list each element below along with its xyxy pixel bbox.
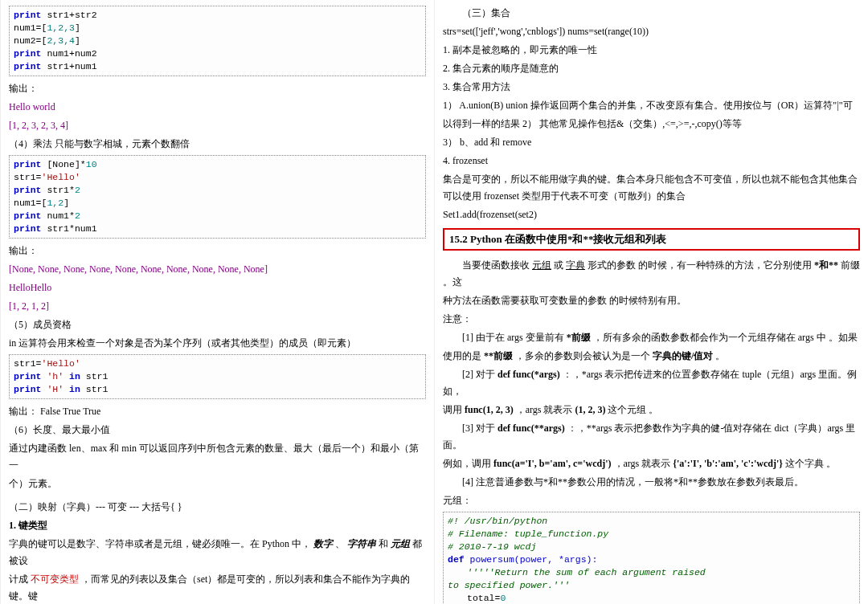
code: str1*num1 <box>42 223 97 234</box>
kw: print <box>14 48 42 59</box>
codebox-1: print str1+str2 num1=[1,2,3] num2=[2,3,4… <box>9 6 426 76</box>
t: 当要使函数接收 <box>462 259 530 271</box>
str: 'H' <box>47 384 63 394</box>
right-column: （三）集合 strs=set(['jeff','wong','cnblogs']… <box>434 0 868 604</box>
output-line: [1, 2, 1, 2] <box>9 298 426 315</box>
kw: in <box>63 371 80 382</box>
t: 例如，调用 <box>443 458 493 469</box>
body-text: [1] 由于在 args 变量前有 *前缀 ，所有多余的函数参数都会作为一个元组… <box>443 329 860 346</box>
body-text: 2. 集合元素的顺序是随意的 <box>443 60 860 77</box>
b: **前缀 <box>484 350 513 361</box>
body-text: 调用 func(1, 2, 3) ，args 就表示 (1, 2, 3) 这个元… <box>443 402 860 418</box>
body-text: 使用的是 **前缀 ，多余的参数则会被认为是一个 字典的键/值对 。 <box>443 348 860 365</box>
t: [1] 由于在 args 变量前有 <box>462 332 564 343</box>
code: num1=[ <box>14 198 47 208</box>
t: ，所有多余的函数参数都会作为一个元组存储在 args 中 。如果 <box>593 332 858 343</box>
str: 'h' <box>47 371 63 382</box>
t: 字典的键可以是数字、字符串或者是元组，键必须唯一。在 Python 中， <box>9 538 311 549</box>
section-title: （4）乘法 只能与数字相城，元素个数翻倍 <box>9 136 426 153</box>
b: *和** <box>814 259 838 271</box>
body-text: 注意： <box>443 311 860 328</box>
body-text: [3] 对于 def func(**args) ：，**args 表示把参数作为… <box>443 420 860 454</box>
t: ，args 就表示 <box>516 404 573 415</box>
kw: print <box>14 159 42 169</box>
codebox-4: #! /usr/bin/python # Filename: tuple_fun… <box>443 512 860 604</box>
output-line: Hello world <box>9 99 426 116</box>
t: 和 <box>379 538 388 549</box>
body-text: 当要使函数接收 元组 或 字典 形式的参数 的时候，有一种特殊的方法，它分别使用… <box>443 257 860 291</box>
subtitle: 1. 键类型 <box>9 517 426 534</box>
t: 形式的参数 的时候，有一种特殊的方法，它分别使用 <box>588 259 812 271</box>
body-text: 通过内建函数 len、max 和 min 可以返回序列中所包含元素的数量、最大（… <box>9 440 426 474</box>
num: 1,2,3 <box>47 22 75 33</box>
kw: print <box>14 10 42 20</box>
body-text: 3） b、add 和 remove <box>443 134 860 151</box>
comment: #! /usr/bin/python <box>448 515 855 528</box>
immutable-red: 不可变类型 <box>31 573 79 585</box>
b: func(1, 2, 3) <box>465 404 514 415</box>
em: 元组 <box>391 538 410 549</box>
body-text: [2] 对于 def func(*args) ：，*args 表示把传进来的位置… <box>443 366 860 400</box>
t: 计成 <box>9 573 28 585</box>
b: def func(**args) <box>497 422 565 434</box>
num: 10 <box>86 159 97 169</box>
body-text: strs=set(['jeff','wong','cnblogs']) nums… <box>443 23 860 40</box>
t: ，args 就表示 <box>614 458 671 469</box>
t: 。 <box>715 350 725 361</box>
codebox-3: str1='Hello' print 'h' in str1 print 'H'… <box>9 354 426 399</box>
b: func(a='I', b='am', c='wcdj') <box>493 458 612 469</box>
body-text: 字典的键可以是数字、字符串或者是元组，键必须唯一。在 Python 中， 数字 … <box>9 536 426 569</box>
output-label: 输出： <box>9 80 426 97</box>
output-line: [None, None, None, None, None, None, Non… <box>9 261 426 278</box>
str: 'Hello' <box>42 358 80 369</box>
body-text: 1. 副本是被忽略的，即元素的唯一性 <box>443 42 860 59</box>
comment: # Filename: tuple_function.py <box>448 528 855 541</box>
t: 这个字典 。 <box>785 458 836 469</box>
code: str1+str2 <box>42 10 97 20</box>
body-text: 计成 不可变类型 ，而常见的列表以及集合（set）都是可变的，所以列表和集合不能… <box>9 571 426 604</box>
em: 字符串 <box>347 538 376 549</box>
t: [2] 对于 <box>462 369 497 380</box>
t: 或 <box>554 259 563 271</box>
num: 2 <box>75 185 80 195</box>
output-line: HelloHello <box>9 280 426 296</box>
t: 使用的是 <box>443 350 481 361</box>
section-title: （6）长度、最大最小值 <box>9 422 426 439</box>
body-text: Set1.add(frozenset(set2) <box>443 206 860 223</box>
section-title: （三）集合 <box>443 5 860 22</box>
code: num1* <box>42 210 75 221</box>
docstring: '''''Return the sum of each argument rai… <box>448 566 855 579</box>
kw: print <box>14 384 47 394</box>
comment: # 2010-7-19 wcdj <box>448 541 855 553</box>
code: [None]* <box>42 159 86 169</box>
body-text: 元组： <box>443 492 860 509</box>
codebox-2: print [None]*10 str1='Hello' print str1*… <box>9 155 426 239</box>
output-label: 输出： <box>9 243 426 259</box>
kw: print <box>14 185 42 195</box>
code: num1=[ <box>14 22 47 33</box>
ul: 字典 <box>566 259 585 271</box>
code: ] <box>75 35 80 46</box>
body-text: 个）元素。 <box>9 475 426 492</box>
t: 调用 <box>443 404 465 415</box>
body-text: [4] 注意普通参数与*和**参数公用的情况，一般将*和**参数放在参数列表最后… <box>443 474 860 491</box>
body-text: 1） A.union(B) union 操作返回两个集合的并集，不改变原有集合。… <box>443 97 860 114</box>
code: str1 <box>80 371 108 382</box>
t: 这个元组 。 <box>608 404 658 415</box>
highlight-box: 15.2 Python 在函数中使用*和**接收元组和列表 <box>443 228 860 251</box>
code: ] <box>75 22 80 33</box>
code: str1= <box>14 172 42 182</box>
kw: print <box>14 223 42 234</box>
body-text: 以得到一样的结果 2） 其他常见操作包括&（交集）,<=,>=,-,copy()… <box>443 116 860 133</box>
section-title: （5）成员资格 <box>9 316 426 333</box>
code: str1+num1 <box>42 61 97 71</box>
kw: def <box>448 554 470 565</box>
code: total= <box>467 593 500 603</box>
num: 1,2 <box>47 198 63 208</box>
num: 0 <box>500 593 506 603</box>
t: ，多余的参数则会被认为是一个 <box>515 350 650 361</box>
output-line: [1, 2, 3, 2, 3, 4] <box>9 117 426 134</box>
body-text: 4. frozenset <box>443 153 860 169</box>
docstring: to specified power.''' <box>448 579 855 592</box>
num: 2,3,4 <box>47 35 75 46</box>
